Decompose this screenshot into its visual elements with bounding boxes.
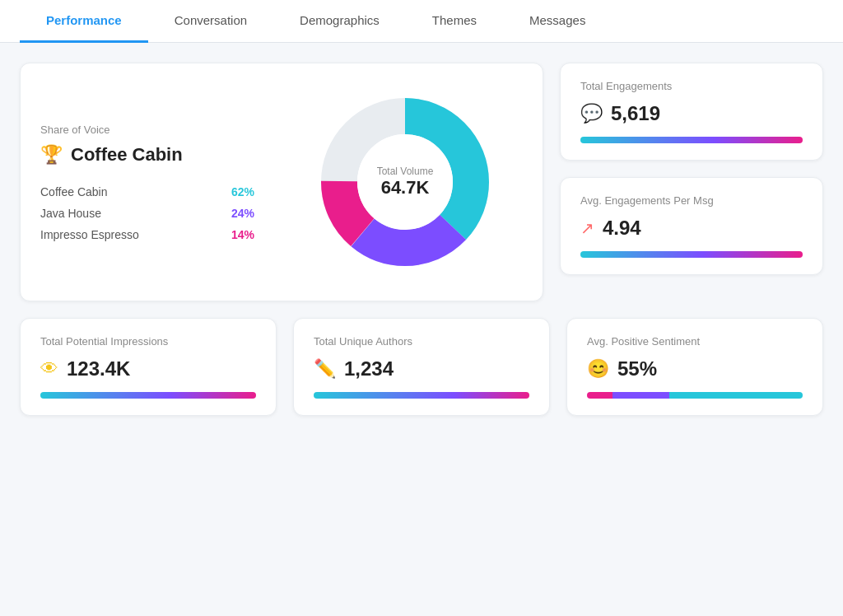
pencil-icon: ✏️ (314, 358, 336, 380)
authors-label: Total Unique Authors (314, 335, 529, 348)
legend-name-impresso: Impresso Espresso (40, 228, 139, 241)
nav-tabs: Performance Conversation Demographics Th… (0, 0, 843, 43)
legend-item-java: Java House 24% (40, 207, 254, 220)
legend-item-coffee: Coffee Cabin 62% (40, 185, 254, 198)
trophy-icon: 🏆 (40, 144, 63, 166)
tab-messages[interactable]: Messages (503, 0, 612, 43)
impressions-progress-bar (40, 392, 256, 399)
share-of-voice-card: Share of Voice 🏆 Coffee Cabin Coffee Cab… (20, 63, 543, 301)
sov-label: Share of Voice (40, 124, 254, 136)
authors-value: 1,234 (344, 357, 394, 380)
avg-engagements-value: 4.94 (603, 217, 641, 240)
donut-container: Total Volume 64.7K (287, 83, 523, 281)
donut-value: 64.7K (377, 177, 434, 198)
tab-conversation[interactable]: Conversation (148, 0, 273, 43)
sov-title: 🏆 Coffee Cabin (40, 144, 254, 166)
avg-engagements-value-row: ↗ 4.94 (580, 217, 803, 240)
avg-engagements-card: Avg. Engagements Per Msg ↗ 4.94 (560, 177, 823, 275)
legend-pct-coffee: 62% (231, 185, 254, 198)
tab-themes[interactable]: Themes (406, 0, 503, 43)
legend-name-coffee: Coffee Cabin (40, 185, 107, 198)
chat-icon: 💬 (580, 103, 603, 124)
arrow-up-icon: ↗ (580, 218, 594, 238)
sov-legend: Coffee Cabin 62% Java House 24% Impresso… (40, 185, 254, 241)
legend-pct-impresso: 14% (231, 228, 254, 241)
engagements-label: Total Engagements (580, 80, 803, 92)
tab-demographics[interactable]: Demographics (273, 0, 406, 43)
engagements-value-row: 💬 5,619 (580, 102, 803, 125)
sentiment-progress-bar (587, 392, 803, 399)
engagements-value: 5,619 (611, 102, 660, 125)
authors-value-row: ✏️ 1,234 (314, 357, 529, 380)
main-content: Share of Voice 🏆 Coffee Cabin Coffee Cab… (0, 43, 843, 436)
sentiment-card: Avg. Positive Sentiment 😊 55% (566, 318, 823, 416)
avg-engagements-label: Avg. Engagements Per Msg (580, 194, 803, 207)
authors-card: Total Unique Authors ✏️ 1,234 (293, 318, 550, 416)
eye-icon: 👁 (40, 358, 58, 380)
sov-brand: Coffee Cabin (71, 144, 183, 166)
sov-left: Share of Voice 🏆 Coffee Cabin Coffee Cab… (40, 124, 254, 241)
authors-progress-bar (314, 392, 529, 399)
sentiment-value-row: 😊 55% (587, 357, 803, 380)
sentiment-label: Avg. Positive Sentiment (587, 335, 803, 348)
avg-engagements-progress-bar (580, 251, 803, 258)
smile-icon: 😊 (587, 358, 609, 380)
donut-center: Total Volume 64.7K (377, 166, 434, 198)
donut-label: Total Volume (377, 166, 434, 177)
right-column: Total Engagements 💬 5,619 Avg. Engagemen… (560, 63, 823, 301)
tab-performance[interactable]: Performance (20, 0, 148, 43)
impressions-value: 123.4K (67, 357, 130, 380)
legend-name-java: Java House (40, 207, 101, 220)
engagements-progress-bar (580, 137, 803, 143)
impressions-card: Total Potential Impressions 👁 123.4K (20, 318, 277, 416)
impressions-value-row: 👁 123.4K (40, 357, 256, 380)
sentiment-value: 55% (617, 357, 657, 380)
total-engagements-card: Total Engagements 💬 5,619 (560, 63, 823, 161)
legend-pct-java: 24% (231, 207, 254, 220)
impressions-label: Total Potential Impressions (40, 335, 256, 348)
bottom-row: Total Potential Impressions 👁 123.4K Tot… (20, 318, 823, 416)
donut-chart: Total Volume 64.7K (306, 83, 504, 281)
legend-item-impresso: Impresso Espresso 14% (40, 228, 254, 241)
